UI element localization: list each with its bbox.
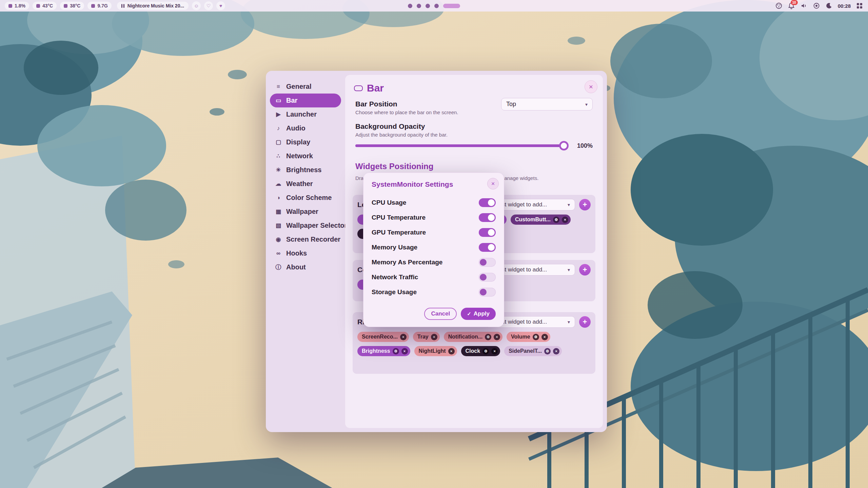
sidebar-item-audio[interactable]: ♪ Audio xyxy=(270,121,341,135)
topbar-left-cluster: 1.8% 43°C 38°C 9.7G Nightcore Music Mix … xyxy=(5,1,225,10)
workspace-dot-2[interactable] xyxy=(417,4,421,8)
cpu-usage-toggle[interactable] xyxy=(479,198,496,207)
sidebar-item-color-scheme[interactable]: ◑ Color Scheme xyxy=(270,191,341,205)
panel-header: Bar xyxy=(354,82,384,94)
workspace-dot-3[interactable] xyxy=(426,4,430,8)
toggle-row-network-traffic: Network Traffic xyxy=(372,270,496,285)
sidebar-item-about[interactable]: ⓘ About xyxy=(270,260,341,274)
toggle-row-cpu-usage: CPU Usage xyxy=(372,195,496,210)
storage-usage-toggle[interactable] xyxy=(479,288,496,297)
remove-icon[interactable]: × xyxy=(448,348,455,354)
widget-chip-sidepanel[interactable]: SidePanelT... ⚙ × xyxy=(504,346,562,356)
bar-position-label: Bar Position xyxy=(355,100,397,108)
remove-icon[interactable]: × xyxy=(541,334,548,340)
volume-icon[interactable] xyxy=(800,2,808,9)
gpu-temp-value: 38°C xyxy=(70,3,80,8)
launcher-icon: ▶ xyxy=(274,111,283,118)
opacity-slider[interactable] xyxy=(355,144,568,147)
toggle-row-storage-usage: Storage Usage xyxy=(372,285,496,300)
remove-icon[interactable]: × xyxy=(494,334,500,340)
screen-record-icon[interactable] xyxy=(813,2,820,9)
widget-chip-volume[interactable]: Volume ⚙ × xyxy=(507,332,550,342)
toggle-knob xyxy=(480,274,487,281)
apply-button[interactable]: ✓ Apply xyxy=(461,308,496,320)
media-player-widget[interactable]: Nightcore Music Mix 20... xyxy=(117,2,189,10)
workspace-active-pill[interactable] xyxy=(443,4,460,8)
add-widget-button-right[interactable]: + xyxy=(579,316,591,328)
brightness-icon: ☀ xyxy=(274,166,283,174)
dialog-close-button[interactable]: × xyxy=(487,178,499,189)
gear-icon[interactable]: ⚙ xyxy=(544,348,551,354)
widget-chip-screenrecorder[interactable]: ScreenReco... × xyxy=(357,332,409,342)
memory-chip[interactable]: 9.7G xyxy=(87,2,111,10)
sidebar-item-general[interactable]: ≡ General xyxy=(270,80,341,94)
background-opacity-description: Adjust the background opacity of the bar… xyxy=(355,132,448,138)
gpu-temp-chip[interactable]: 38°C xyxy=(60,2,84,10)
sidebar-item-wallpaper[interactable]: ▦ Wallpaper xyxy=(270,205,341,219)
widget-chip-custombutton[interactable]: CustomButt... ⚙ × xyxy=(511,215,571,225)
top-bar: 1.8% 43°C 38°C 9.7G Nightcore Music Mix … xyxy=(0,0,868,12)
remove-icon[interactable]: × xyxy=(491,348,498,354)
sidebar-item-screen-recorder[interactable]: ◉ Screen Recorder xyxy=(270,232,341,246)
sidebar-item-bar[interactable]: ▭ Bar xyxy=(270,94,341,107)
cpu-temperature-toggle[interactable] xyxy=(479,213,496,222)
sidebar-item-wallpaper-selector[interactable]: ▧ Wallpaper Selector xyxy=(270,219,341,232)
audio-icon: ♪ xyxy=(274,125,283,132)
cpu-usage-chip[interactable]: 1.8% xyxy=(5,2,29,10)
color-picker-icon[interactable] xyxy=(775,2,783,9)
cpu-temp-chip[interactable]: 43°C xyxy=(33,2,57,10)
widget-chip-clock[interactable]: Clock ⚙ × xyxy=(461,346,500,356)
add-widget-button-left[interactable]: + xyxy=(579,199,591,210)
sidebar-item-launcher[interactable]: ▶ Launcher xyxy=(270,107,341,121)
remove-icon[interactable]: × xyxy=(431,334,437,340)
widget-chip-brightness[interactable]: Brightness ⚙ × xyxy=(357,346,410,356)
remove-icon[interactable]: × xyxy=(401,348,408,354)
widgets-positioning-title: Widgets Positioning xyxy=(355,162,433,171)
bar-position-select[interactable]: Top ▾ xyxy=(501,98,593,110)
opacity-slider-handle[interactable] xyxy=(559,141,569,150)
network-traffic-toggle[interactable] xyxy=(479,273,496,282)
toggle-knob xyxy=(488,244,495,251)
desktop: 1.8% 43°C 38°C 9.7G Nightcore Music Mix … xyxy=(0,0,868,488)
memory-usage-toggle[interactable] xyxy=(479,243,496,252)
cancel-button[interactable]: Cancel xyxy=(424,308,457,320)
emoji-icon[interactable]: ☺ xyxy=(192,1,201,10)
clock-widget[interactable]: 00:28 xyxy=(838,3,851,9)
gpu-temperature-toggle[interactable] xyxy=(479,228,496,237)
toggle-row-memory-usage: Memory Usage xyxy=(372,240,496,255)
gear-icon[interactable]: ⚙ xyxy=(553,217,559,223)
window-close-button[interactable]: × xyxy=(585,80,597,93)
app-grid-icon[interactable] xyxy=(856,2,863,9)
widget-chip-nightlight[interactable]: NightLight × xyxy=(414,346,457,356)
memory-as-percentage-toggle[interactable] xyxy=(479,258,496,267)
cpu-icon xyxy=(8,4,12,8)
gear-icon[interactable]: ⚙ xyxy=(393,348,399,354)
sidebar-item-hooks[interactable]: ∞ Hooks xyxy=(270,246,341,260)
cpu-usage-value: 1.8% xyxy=(15,3,25,8)
workspace-dot-4[interactable] xyxy=(434,4,439,8)
heart-icon[interactable]: ♥ xyxy=(216,1,225,10)
remove-icon[interactable]: × xyxy=(400,334,407,340)
topbar-right-cluster: 10 00:28 xyxy=(775,2,863,9)
widget-chip-notification[interactable]: Notification... ⚙ × xyxy=(444,332,502,342)
workspace-dot-1[interactable] xyxy=(408,4,412,8)
opacity-slider-fill xyxy=(355,144,564,147)
sidebar-item-network[interactable]: ∴ Network xyxy=(270,149,341,163)
notifications-bell-icon[interactable]: 10 xyxy=(788,2,795,9)
sidebar-item-brightness[interactable]: ☀ Brightness xyxy=(270,163,341,177)
night-light-moon-icon[interactable] xyxy=(825,2,833,9)
widget-chip-tray[interactable]: Tray × xyxy=(413,332,440,342)
remove-icon[interactable]: × xyxy=(562,217,568,223)
sidebar-item-weather[interactable]: ☁ Weather xyxy=(270,177,341,191)
gear-icon[interactable]: ⚙ xyxy=(482,348,489,354)
color-scheme-icon: ◑ xyxy=(274,195,283,201)
gear-icon[interactable]: ⚙ xyxy=(485,334,491,340)
sidebar-item-display[interactable]: ▢ Display xyxy=(270,135,341,149)
add-widget-button-center[interactable]: + xyxy=(579,264,591,276)
remove-icon[interactable]: × xyxy=(553,348,559,354)
gear-icon[interactable]: ⚙ xyxy=(533,334,539,340)
heart-outline-icon[interactable]: ♡ xyxy=(204,1,213,10)
bar-position-description: Choose where to place the bar on the scr… xyxy=(355,109,458,115)
hooks-icon: ∞ xyxy=(274,250,283,257)
memory-value: 9.7G xyxy=(97,3,107,8)
